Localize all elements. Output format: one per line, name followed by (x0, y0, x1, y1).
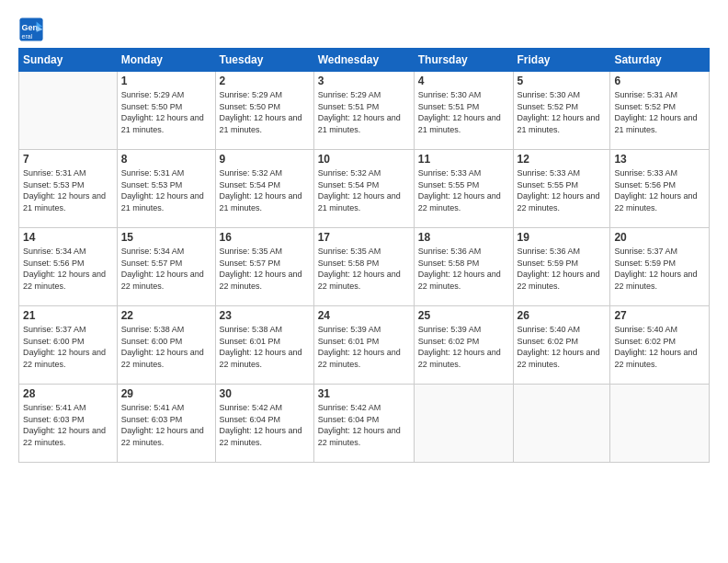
day-info: Sunrise: 5:30 AMSunset: 5:52 PMDaylight:… (518, 89, 607, 135)
day-info: Sunrise: 5:33 AMSunset: 5:56 PMDaylight:… (614, 167, 705, 213)
day-number: 27 (614, 309, 705, 322)
day-number: 17 (318, 231, 410, 244)
calendar-week-1: 1Sunrise: 5:29 AMSunset: 5:50 PMDaylight… (19, 72, 710, 150)
day-info: Sunrise: 5:32 AMSunset: 5:54 PMDaylight:… (318, 167, 410, 213)
day-number: 13 (614, 153, 705, 166)
calendar-cell (513, 385, 610, 463)
day-number: 4 (418, 75, 509, 87)
day-info: Sunrise: 5:30 AMSunset: 5:51 PMDaylight:… (418, 89, 509, 135)
day-number: 30 (220, 387, 310, 400)
day-number: 16 (220, 231, 310, 244)
day-number: 23 (220, 309, 310, 322)
calendar-cell: 10Sunrise: 5:32 AMSunset: 5:54 PMDayligh… (313, 150, 414, 228)
day-info: Sunrise: 5:36 AMSunset: 5:59 PMDaylight:… (518, 246, 607, 292)
weekday-header-tuesday: Tuesday (215, 49, 313, 72)
svg-text:Gen: Gen (22, 23, 39, 32)
day-number: 18 (418, 231, 509, 244)
calendar-cell: 13Sunrise: 5:33 AMSunset: 5:56 PMDayligh… (610, 150, 710, 228)
day-number: 2 (220, 75, 310, 87)
weekday-header-friday: Friday (513, 49, 610, 72)
day-number: 1 (121, 75, 211, 87)
weekday-header-wednesday: Wednesday (313, 49, 414, 72)
day-number: 22 (121, 309, 211, 322)
calendar-week-3: 14Sunrise: 5:34 AMSunset: 5:56 PMDayligh… (19, 228, 710, 306)
calendar-cell: 22Sunrise: 5:38 AMSunset: 6:00 PMDayligh… (117, 306, 215, 385)
day-number: 7 (23, 153, 113, 166)
day-info: Sunrise: 5:37 AMSunset: 5:59 PMDaylight:… (614, 246, 705, 292)
calendar-cell: 11Sunrise: 5:33 AMSunset: 5:55 PMDayligh… (414, 150, 513, 228)
day-info: Sunrise: 5:37 AMSunset: 6:00 PMDaylight:… (23, 324, 113, 370)
logo-icon: Gen eral (18, 17, 44, 42)
day-info: Sunrise: 5:31 AMSunset: 5:53 PMDaylight:… (23, 167, 113, 213)
day-number: 15 (121, 231, 211, 244)
day-info: Sunrise: 5:39 AMSunset: 6:01 PMDaylight:… (318, 324, 410, 370)
calendar-table: SundayMondayTuesdayWednesdayThursdayFrid… (18, 48, 710, 463)
calendar-cell: 29Sunrise: 5:41 AMSunset: 6:03 PMDayligh… (117, 385, 215, 463)
calendar-cell: 16Sunrise: 5:35 AMSunset: 5:57 PMDayligh… (215, 228, 313, 306)
day-number: 14 (23, 231, 113, 244)
day-info: Sunrise: 5:41 AMSunset: 6:03 PMDaylight:… (121, 402, 211, 448)
calendar-cell: 31Sunrise: 5:42 AMSunset: 6:04 PMDayligh… (313, 385, 414, 463)
calendar-cell (610, 385, 710, 463)
day-info: Sunrise: 5:33 AMSunset: 5:55 PMDaylight:… (418, 167, 509, 213)
day-info: Sunrise: 5:33 AMSunset: 5:55 PMDaylight:… (518, 167, 607, 213)
weekday-header-monday: Monday (117, 49, 215, 72)
calendar-cell: 21Sunrise: 5:37 AMSunset: 6:00 PMDayligh… (19, 306, 118, 385)
day-number: 24 (318, 309, 410, 322)
header: Gen eral (18, 17, 710, 42)
calendar-cell: 3Sunrise: 5:29 AMSunset: 5:51 PMDaylight… (313, 72, 414, 150)
calendar-cell: 12Sunrise: 5:33 AMSunset: 5:55 PMDayligh… (513, 150, 610, 228)
day-number: 29 (121, 387, 211, 400)
calendar-cell: 9Sunrise: 5:32 AMSunset: 5:54 PMDaylight… (215, 150, 313, 228)
calendar-cell: 20Sunrise: 5:37 AMSunset: 5:59 PMDayligh… (610, 228, 710, 306)
day-info: Sunrise: 5:29 AMSunset: 5:50 PMDaylight:… (220, 89, 310, 135)
day-info: Sunrise: 5:40 AMSunset: 6:02 PMDaylight:… (614, 324, 705, 370)
day-number: 9 (220, 153, 310, 166)
day-info: Sunrise: 5:34 AMSunset: 5:57 PMDaylight:… (121, 246, 211, 292)
day-number: 6 (614, 75, 705, 87)
day-info: Sunrise: 5:29 AMSunset: 5:51 PMDaylight:… (318, 89, 410, 135)
weekday-header-saturday: Saturday (610, 49, 710, 72)
calendar-header-row: SundayMondayTuesdayWednesdayThursdayFrid… (19, 49, 710, 72)
calendar-week-5: 28Sunrise: 5:41 AMSunset: 6:03 PMDayligh… (19, 385, 710, 463)
day-info: Sunrise: 5:34 AMSunset: 5:56 PMDaylight:… (23, 246, 113, 292)
calendar-cell: 19Sunrise: 5:36 AMSunset: 5:59 PMDayligh… (513, 228, 610, 306)
calendar-cell: 23Sunrise: 5:38 AMSunset: 6:01 PMDayligh… (215, 306, 313, 385)
day-number: 21 (23, 309, 113, 322)
day-info: Sunrise: 5:42 AMSunset: 6:04 PMDaylight:… (220, 402, 310, 448)
day-info: Sunrise: 5:38 AMSunset: 6:00 PMDaylight:… (121, 324, 211, 370)
day-info: Sunrise: 5:35 AMSunset: 5:58 PMDaylight:… (318, 246, 410, 292)
calendar-cell: 15Sunrise: 5:34 AMSunset: 5:57 PMDayligh… (117, 228, 215, 306)
day-number: 10 (318, 153, 410, 166)
calendar-cell: 6Sunrise: 5:31 AMSunset: 5:52 PMDaylight… (610, 72, 710, 150)
day-info: Sunrise: 5:29 AMSunset: 5:50 PMDaylight:… (121, 89, 211, 135)
calendar-cell: 1Sunrise: 5:29 AMSunset: 5:50 PMDaylight… (117, 72, 215, 150)
day-number: 12 (518, 153, 607, 166)
calendar-cell: 18Sunrise: 5:36 AMSunset: 5:58 PMDayligh… (414, 228, 513, 306)
day-number: 19 (518, 231, 607, 244)
day-info: Sunrise: 5:31 AMSunset: 5:53 PMDaylight:… (121, 167, 211, 213)
day-info: Sunrise: 5:35 AMSunset: 5:57 PMDaylight:… (220, 246, 310, 292)
calendar-cell: 26Sunrise: 5:40 AMSunset: 6:02 PMDayligh… (513, 306, 610, 385)
svg-text:eral: eral (22, 33, 33, 40)
calendar-cell: 27Sunrise: 5:40 AMSunset: 6:02 PMDayligh… (610, 306, 710, 385)
calendar-cell: 30Sunrise: 5:42 AMSunset: 6:04 PMDayligh… (215, 385, 313, 463)
day-info: Sunrise: 5:42 AMSunset: 6:04 PMDaylight:… (318, 402, 410, 448)
day-info: Sunrise: 5:38 AMSunset: 6:01 PMDaylight:… (220, 324, 310, 370)
day-number: 20 (614, 231, 705, 244)
day-number: 31 (318, 387, 410, 400)
day-number: 26 (518, 309, 607, 322)
calendar-cell: 28Sunrise: 5:41 AMSunset: 6:03 PMDayligh… (19, 385, 118, 463)
page: Gen eral SundayMondayTuesdayWednesdayThu… (0, 0, 728, 563)
day-number: 5 (518, 75, 607, 87)
calendar-cell: 24Sunrise: 5:39 AMSunset: 6:01 PMDayligh… (313, 306, 414, 385)
weekday-header-sunday: Sunday (19, 49, 118, 72)
day-info: Sunrise: 5:32 AMSunset: 5:54 PMDaylight:… (220, 167, 310, 213)
calendar-cell: 2Sunrise: 5:29 AMSunset: 5:50 PMDaylight… (215, 72, 313, 150)
calendar-cell: 17Sunrise: 5:35 AMSunset: 5:58 PMDayligh… (313, 228, 414, 306)
calendar-cell: 8Sunrise: 5:31 AMSunset: 5:53 PMDaylight… (117, 150, 215, 228)
calendar-cell: 25Sunrise: 5:39 AMSunset: 6:02 PMDayligh… (414, 306, 513, 385)
calendar-cell: 4Sunrise: 5:30 AMSunset: 5:51 PMDaylight… (414, 72, 513, 150)
calendar-cell: 5Sunrise: 5:30 AMSunset: 5:52 PMDaylight… (513, 72, 610, 150)
logo: Gen eral (18, 17, 46, 42)
